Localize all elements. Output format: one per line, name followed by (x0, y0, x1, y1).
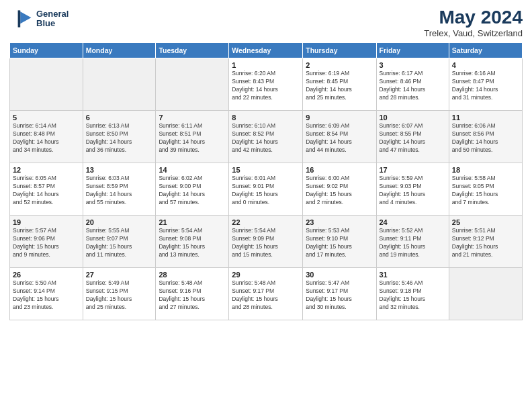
day-info: Sunrise: 6:13 AM Sunset: 8:50 PM Dayligh… (86, 122, 153, 154)
table-cell: 21Sunrise: 5:54 AM Sunset: 9:08 PM Dayli… (156, 216, 229, 268)
table-cell: 15Sunrise: 6:01 AM Sunset: 9:01 PM Dayli… (229, 163, 303, 216)
day-info: Sunrise: 6:02 AM Sunset: 9:00 PM Dayligh… (159, 175, 226, 207)
day-info: Sunrise: 6:19 AM Sunset: 8:45 PM Dayligh… (306, 70, 373, 102)
day-number: 16 (306, 166, 373, 174)
table-cell: 7Sunrise: 6:11 AM Sunset: 8:51 PM Daylig… (156, 111, 229, 163)
day-number: 26 (13, 271, 80, 279)
day-number: 8 (232, 113, 300, 122)
col-saturday: Saturday (449, 43, 522, 58)
table-cell: 1Sunrise: 6:20 AM Sunset: 8:43 PM Daylig… (229, 58, 303, 111)
day-info: Sunrise: 5:59 AM Sunset: 9:03 PM Dayligh… (380, 175, 446, 207)
day-number: 12 (13, 166, 80, 174)
table-cell: 9Sunrise: 6:09 AM Sunset: 8:54 PM Daylig… (303, 111, 376, 163)
day-number: 23 (306, 218, 373, 226)
col-friday: Friday (376, 43, 449, 58)
table-cell: 11Sunrise: 6:06 AM Sunset: 8:56 PM Dayli… (449, 111, 522, 163)
table-cell: 8Sunrise: 6:10 AM Sunset: 8:52 PM Daylig… (229, 111, 303, 163)
col-tuesday: Tuesday (156, 43, 229, 58)
col-wednesday: Wednesday (229, 43, 303, 58)
col-sunday: Sunday (10, 43, 83, 58)
day-number: 18 (452, 166, 519, 174)
calendar-header-row: Sunday Monday Tuesday Wednesday Thursday… (10, 43, 523, 58)
day-number: 9 (306, 113, 373, 122)
col-thursday: Thursday (303, 43, 376, 58)
day-info: Sunrise: 5:53 AM Sunset: 9:10 PM Dayligh… (306, 227, 373, 259)
table-cell: 4Sunrise: 6:16 AM Sunset: 8:47 PM Daylig… (449, 58, 522, 111)
day-number: 2 (306, 61, 373, 69)
day-info: Sunrise: 5:54 AM Sunset: 9:08 PM Dayligh… (159, 227, 226, 259)
day-number: 29 (232, 271, 300, 279)
week-row-1: 1Sunrise: 6:20 AM Sunset: 8:43 PM Daylig… (10, 58, 523, 111)
day-number: 7 (159, 113, 226, 122)
table-cell (83, 58, 156, 111)
day-number: 24 (380, 218, 446, 226)
table-cell: 22Sunrise: 5:54 AM Sunset: 9:09 PM Dayli… (229, 216, 303, 268)
day-number: 21 (159, 218, 226, 226)
table-cell (156, 58, 229, 111)
table-cell: 26Sunrise: 5:50 AM Sunset: 9:14 PM Dayli… (10, 268, 83, 320)
table-cell: 3Sunrise: 6:17 AM Sunset: 8:46 PM Daylig… (376, 58, 449, 111)
table-cell: 16Sunrise: 6:00 AM Sunset: 9:02 PM Dayli… (303, 163, 376, 216)
table-cell: 28Sunrise: 5:48 AM Sunset: 9:16 PM Dayli… (156, 268, 229, 320)
day-info: Sunrise: 5:51 AM Sunset: 9:12 PM Dayligh… (452, 227, 519, 259)
day-info: Sunrise: 6:01 AM Sunset: 9:01 PM Dayligh… (232, 175, 300, 207)
day-info: Sunrise: 5:49 AM Sunset: 9:15 PM Dayligh… (86, 279, 153, 312)
day-number: 25 (452, 218, 519, 226)
day-number: 22 (232, 218, 300, 226)
day-info: Sunrise: 6:16 AM Sunset: 8:47 PM Dayligh… (452, 70, 519, 102)
day-info: Sunrise: 5:50 AM Sunset: 9:14 PM Dayligh… (13, 279, 80, 312)
day-info: Sunrise: 6:11 AM Sunset: 8:51 PM Dayligh… (159, 122, 226, 154)
table-cell: 25Sunrise: 5:51 AM Sunset: 9:12 PM Dayli… (449, 216, 522, 268)
day-number: 30 (306, 271, 373, 279)
day-number: 27 (86, 271, 153, 279)
table-cell: 20Sunrise: 5:55 AM Sunset: 9:07 PM Dayli… (83, 216, 156, 268)
table-cell: 23Sunrise: 5:53 AM Sunset: 9:10 PM Dayli… (303, 216, 376, 268)
week-row-5: 26Sunrise: 5:50 AM Sunset: 9:14 PM Dayli… (10, 268, 523, 320)
table-cell: 10Sunrise: 6:07 AM Sunset: 8:55 PM Dayli… (376, 111, 449, 163)
table-cell: 13Sunrise: 6:03 AM Sunset: 8:59 PM Dayli… (83, 163, 156, 216)
day-number: 3 (380, 61, 446, 69)
logo: General Blue (9, 7, 69, 31)
day-info: Sunrise: 5:57 AM Sunset: 9:06 PM Dayligh… (13, 227, 80, 259)
day-info: Sunrise: 6:07 AM Sunset: 8:55 PM Dayligh… (380, 122, 446, 154)
day-number: 10 (380, 113, 446, 122)
day-info: Sunrise: 6:14 AM Sunset: 8:48 PM Dayligh… (13, 122, 80, 154)
table-cell: 31Sunrise: 5:46 AM Sunset: 9:18 PM Dayli… (376, 268, 449, 320)
day-info: Sunrise: 5:52 AM Sunset: 9:11 PM Dayligh… (380, 227, 446, 259)
day-number: 11 (452, 113, 519, 122)
table-cell: 5Sunrise: 6:14 AM Sunset: 8:48 PM Daylig… (10, 111, 83, 163)
table-cell: 6Sunrise: 6:13 AM Sunset: 8:50 PM Daylig… (83, 111, 156, 163)
calendar: Sunday Monday Tuesday Wednesday Thursday… (9, 42, 523, 320)
day-info: Sunrise: 5:54 AM Sunset: 9:09 PM Dayligh… (232, 227, 300, 259)
day-number: 4 (452, 61, 519, 69)
svg-rect-1 (18, 10, 21, 27)
day-number: 20 (86, 218, 153, 226)
col-monday: Monday (83, 43, 156, 58)
day-info: Sunrise: 6:09 AM Sunset: 8:54 PM Dayligh… (306, 122, 373, 154)
table-cell: 29Sunrise: 5:48 AM Sunset: 9:17 PM Dayli… (229, 268, 303, 320)
subtitle: Trelex, Vaud, Switzerland (424, 28, 523, 38)
header: General Blue May 2024 Trelex, Vaud, Swit… (9, 7, 523, 38)
table-cell: 18Sunrise: 5:58 AM Sunset: 9:05 PM Dayli… (449, 163, 522, 216)
day-info: Sunrise: 6:17 AM Sunset: 8:46 PM Dayligh… (380, 70, 446, 102)
day-info: Sunrise: 5:58 AM Sunset: 9:05 PM Dayligh… (452, 175, 519, 207)
table-cell: 14Sunrise: 6:02 AM Sunset: 9:00 PM Dayli… (156, 163, 229, 216)
svg-marker-0 (20, 11, 31, 24)
day-info: Sunrise: 6:03 AM Sunset: 8:59 PM Dayligh… (86, 175, 153, 207)
day-number: 15 (232, 166, 300, 174)
day-number: 14 (159, 166, 226, 174)
logo-text: General Blue (36, 9, 69, 29)
day-info: Sunrise: 5:48 AM Sunset: 9:16 PM Dayligh… (159, 279, 226, 312)
table-cell: 24Sunrise: 5:52 AM Sunset: 9:11 PM Dayli… (376, 216, 449, 268)
day-info: Sunrise: 5:48 AM Sunset: 9:17 PM Dayligh… (232, 279, 300, 312)
table-cell (10, 58, 83, 111)
week-row-4: 19Sunrise: 5:57 AM Sunset: 9:06 PM Dayli… (10, 216, 523, 268)
day-number: 5 (13, 113, 80, 122)
day-number: 19 (13, 218, 80, 226)
day-info: Sunrise: 6:05 AM Sunset: 8:57 PM Dayligh… (13, 175, 80, 207)
title-block: May 2024 Trelex, Vaud, Switzerland (424, 7, 523, 38)
day-info: Sunrise: 6:06 AM Sunset: 8:56 PM Dayligh… (452, 122, 519, 154)
day-number: 28 (159, 271, 226, 279)
day-info: Sunrise: 5:46 AM Sunset: 9:18 PM Dayligh… (380, 279, 446, 312)
main-title: May 2024 (424, 7, 523, 28)
